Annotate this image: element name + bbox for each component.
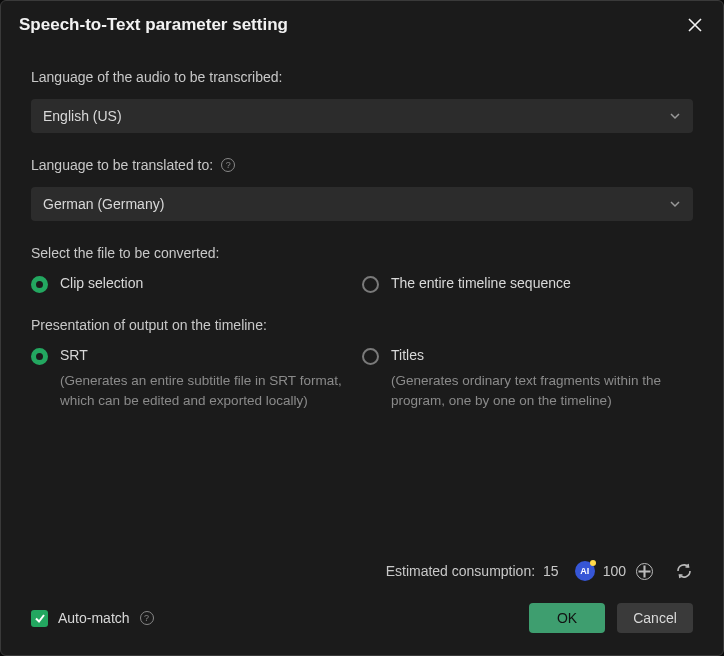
- close-button[interactable]: [685, 15, 705, 35]
- est-label: Estimated consumption:: [386, 563, 535, 579]
- source-lang-label: Language of the audio to be transcribed:: [31, 69, 693, 85]
- ai-badge-icon: AI: [575, 561, 595, 581]
- refresh-button[interactable]: [675, 562, 693, 580]
- target-lang-value: German (Germany): [43, 196, 164, 212]
- source-lang-select[interactable]: English (US): [31, 99, 693, 133]
- dialog-body: Language of the audio to be transcribed:…: [1, 47, 723, 545]
- file-select-label: Select the file to be converted:: [31, 245, 693, 261]
- file-select-radios: Clip selection The entire timeline seque…: [31, 275, 693, 293]
- radio-srt-desc: (Generates an entire subtitle file in SR…: [31, 371, 362, 410]
- plus-icon: [637, 564, 652, 579]
- radio-srt-label: SRT: [60, 347, 88, 363]
- dialog-title: Speech-to-Text parameter setting: [19, 15, 288, 35]
- bottom-row: Auto-match ? OK Cancel: [31, 603, 693, 633]
- radio-titles[interactable]: Titles: [362, 347, 693, 365]
- output-pres-radios: SRT (Generates an entire subtitle file i…: [31, 347, 693, 410]
- radio-icon: [362, 276, 379, 293]
- target-lang-select[interactable]: German (Germany): [31, 187, 693, 221]
- radio-clip-label: Clip selection: [60, 275, 143, 291]
- close-icon: [688, 18, 702, 32]
- radio-titles-label: Titles: [391, 347, 424, 363]
- add-credits-button[interactable]: [636, 563, 653, 580]
- output-pres-label: Presentation of output on the timeline:: [31, 317, 693, 333]
- button-row: OK Cancel: [529, 603, 693, 633]
- checkbox-icon: [31, 610, 48, 627]
- radio-titles-desc: (Generates ordinary text fragments withi…: [362, 371, 693, 410]
- source-lang-section: Language of the audio to be transcribed:…: [31, 69, 693, 133]
- radio-timeline-label: The entire timeline sequence: [391, 275, 571, 291]
- auto-match-checkbox[interactable]: Auto-match ?: [31, 610, 154, 627]
- auto-match-label: Auto-match: [58, 610, 130, 626]
- radio-entire-timeline[interactable]: The entire timeline sequence: [362, 275, 693, 293]
- radio-clip-selection[interactable]: Clip selection: [31, 275, 362, 293]
- est-value: 15: [543, 563, 559, 579]
- target-lang-label: Language to be translated to: ?: [31, 157, 693, 173]
- cancel-button[interactable]: Cancel: [617, 603, 693, 633]
- stt-settings-dialog: Speech-to-Text parameter setting Languag…: [0, 0, 724, 656]
- radio-icon: [31, 276, 48, 293]
- help-icon[interactable]: ?: [140, 611, 154, 625]
- source-lang-value: English (US): [43, 108, 122, 124]
- help-icon[interactable]: ?: [221, 158, 235, 172]
- ok-button[interactable]: OK: [529, 603, 605, 633]
- chevron-down-icon: [669, 198, 681, 210]
- dialog-footer: Estimated consumption: 15 AI 100 Auto-ma…: [1, 545, 723, 655]
- radio-icon: [31, 348, 48, 365]
- file-select-section: Select the file to be converted: Clip se…: [31, 245, 693, 293]
- output-presentation-section: Presentation of output on the timeline: …: [31, 317, 693, 410]
- estimated-consumption-row: Estimated consumption: 15 AI 100: [31, 561, 693, 581]
- target-lang-section: Language to be translated to: ? German (…: [31, 157, 693, 221]
- dialog-header: Speech-to-Text parameter setting: [1, 1, 723, 47]
- chevron-down-icon: [669, 110, 681, 122]
- radio-srt[interactable]: SRT: [31, 347, 362, 365]
- radio-icon: [362, 348, 379, 365]
- credits-value: 100: [603, 563, 626, 579]
